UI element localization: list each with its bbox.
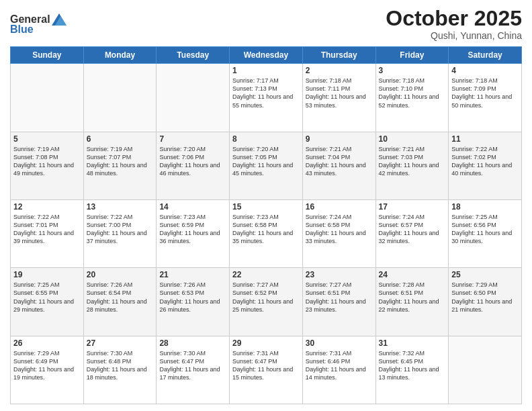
calendar-cell: 7Sunrise: 7:20 AM Sunset: 7:06 PM Daylig…	[157, 132, 230, 199]
day-number: 23	[306, 270, 373, 279]
cell-info-text: Sunrise: 7:18 AM Sunset: 7:10 PM Dayligh…	[379, 77, 446, 109]
day-number: 11	[451, 134, 519, 144]
day-number: 28	[159, 338, 226, 348]
calendar-cell: 26Sunrise: 7:29 AM Sunset: 6:49 PM Dayli…	[11, 336, 84, 404]
calendar-cell	[157, 64, 230, 132]
calendar-cell: 15Sunrise: 7:23 AM Sunset: 6:58 PM Dayli…	[230, 199, 303, 267]
cell-info-text: Sunrise: 7:17 AM Sunset: 7:13 PM Dayligh…	[232, 77, 300, 109]
day-number: 16	[306, 202, 373, 212]
cell-info-text: Sunrise: 7:19 AM Sunset: 7:07 PM Dayligh…	[87, 145, 154, 178]
dow-header-sunday: Sunday	[11, 47, 84, 64]
cell-info-text: Sunrise: 7:28 AM Sunset: 6:51 PM Dayligh…	[379, 281, 446, 314]
dow-header-friday: Friday	[375, 47, 449, 64]
day-number: 7	[159, 134, 226, 144]
cell-info-text: Sunrise: 7:21 AM Sunset: 7:04 PM Dayligh…	[306, 145, 373, 178]
cell-info-text: Sunrise: 7:27 AM Sunset: 6:52 PM Dayligh…	[232, 281, 300, 314]
cell-info-text: Sunrise: 7:30 AM Sunset: 6:47 PM Dayligh…	[159, 349, 226, 382]
calendar-cell: 8Sunrise: 7:20 AM Sunset: 7:05 PM Daylig…	[230, 132, 303, 199]
cell-info-text: Sunrise: 7:20 AM Sunset: 7:06 PM Dayligh…	[159, 145, 226, 178]
calendar-cell: 18Sunrise: 7:25 AM Sunset: 6:56 PM Dayli…	[449, 199, 522, 267]
day-number: 21	[159, 270, 226, 279]
cell-info-text: Sunrise: 7:29 AM Sunset: 6:50 PM Dayligh…	[451, 281, 519, 314]
day-number: 4	[451, 66, 519, 75]
day-number: 27	[87, 338, 154, 348]
dow-header-monday: Monday	[83, 47, 157, 64]
dow-header-saturday: Saturday	[449, 47, 522, 64]
calendar-cell: 4Sunrise: 7:18 AM Sunset: 7:09 PM Daylig…	[449, 64, 522, 132]
cell-info-text: Sunrise: 7:24 AM Sunset: 6:58 PM Dayligh…	[306, 213, 373, 246]
calendar-week-1: 1Sunrise: 7:17 AM Sunset: 7:13 PM Daylig…	[11, 64, 522, 132]
cell-info-text: Sunrise: 7:24 AM Sunset: 6:57 PM Dayligh…	[379, 213, 446, 246]
calendar-cell	[83, 64, 157, 132]
calendar-cell: 17Sunrise: 7:24 AM Sunset: 6:57 PM Dayli…	[375, 199, 449, 267]
month-title: October 2025	[386, 7, 522, 30]
title-block: October 2025 Qushi, Yunnan, China	[386, 7, 522, 41]
day-number: 17	[379, 202, 446, 212]
day-number: 8	[232, 134, 300, 144]
day-number: 2	[306, 66, 373, 75]
cell-info-text: Sunrise: 7:22 AM Sunset: 7:02 PM Dayligh…	[451, 145, 519, 178]
cell-info-text: Sunrise: 7:32 AM Sunset: 6:45 PM Dayligh…	[379, 349, 446, 382]
cell-info-text: Sunrise: 7:23 AM Sunset: 6:59 PM Dayligh…	[159, 213, 226, 246]
calendar-cell: 11Sunrise: 7:22 AM Sunset: 7:02 PM Dayli…	[449, 132, 522, 199]
calendar-cell: 28Sunrise: 7:30 AM Sunset: 6:47 PM Dayli…	[157, 336, 230, 404]
page: General Blue October 2025 Qushi, Yunnan,…	[0, 0, 532, 411]
cell-info-text: Sunrise: 7:25 AM Sunset: 6:56 PM Dayligh…	[451, 213, 519, 246]
calendar-cell: 9Sunrise: 7:21 AM Sunset: 7:04 PM Daylig…	[302, 132, 375, 199]
logo-icon	[52, 13, 66, 26]
calendar-cell: 19Sunrise: 7:25 AM Sunset: 6:55 PM Dayli…	[11, 268, 84, 336]
calendar-cell: 12Sunrise: 7:22 AM Sunset: 7:01 PM Dayli…	[11, 199, 84, 267]
calendar-cell: 22Sunrise: 7:27 AM Sunset: 6:52 PM Dayli…	[230, 268, 303, 336]
calendar-cell: 29Sunrise: 7:31 AM Sunset: 6:47 PM Dayli…	[230, 336, 303, 404]
calendar-cell: 16Sunrise: 7:24 AM Sunset: 6:58 PM Dayli…	[302, 199, 375, 267]
calendar-cell: 25Sunrise: 7:29 AM Sunset: 6:50 PM Dayli…	[449, 268, 522, 336]
calendar-cell: 30Sunrise: 7:31 AM Sunset: 6:46 PM Dayli…	[302, 336, 375, 404]
day-number: 26	[13, 338, 81, 348]
day-number: 3	[379, 66, 446, 75]
location-subtitle: Qushi, Yunnan, China	[386, 30, 522, 41]
calendar-cell: 1Sunrise: 7:17 AM Sunset: 7:13 PM Daylig…	[230, 64, 303, 132]
cell-info-text: Sunrise: 7:26 AM Sunset: 6:54 PM Dayligh…	[87, 281, 154, 314]
dow-header-wednesday: Wednesday	[230, 47, 303, 64]
cell-info-text: Sunrise: 7:29 AM Sunset: 6:49 PM Dayligh…	[13, 349, 81, 382]
cell-info-text: Sunrise: 7:25 AM Sunset: 6:55 PM Dayligh…	[13, 281, 81, 314]
logo: General Blue	[10, 13, 66, 35]
day-number: 29	[232, 338, 300, 348]
dow-header-tuesday: Tuesday	[157, 47, 230, 64]
calendar-cell: 13Sunrise: 7:22 AM Sunset: 7:00 PM Dayli…	[83, 199, 157, 267]
calendar-week-2: 5Sunrise: 7:19 AM Sunset: 7:08 PM Daylig…	[11, 132, 522, 199]
cell-info-text: Sunrise: 7:23 AM Sunset: 6:58 PM Dayligh…	[232, 213, 300, 246]
calendar-cell: 2Sunrise: 7:18 AM Sunset: 7:11 PM Daylig…	[302, 64, 375, 132]
day-number: 20	[87, 270, 154, 279]
cell-info-text: Sunrise: 7:18 AM Sunset: 7:09 PM Dayligh…	[451, 77, 519, 109]
day-number: 6	[87, 134, 154, 144]
cell-info-text: Sunrise: 7:31 AM Sunset: 6:46 PM Dayligh…	[306, 349, 373, 382]
cell-info-text: Sunrise: 7:18 AM Sunset: 7:11 PM Dayligh…	[306, 77, 373, 109]
logo-blue-text: Blue	[10, 24, 34, 35]
day-number: 13	[87, 202, 154, 212]
calendar-cell	[11, 64, 84, 132]
cell-info-text: Sunrise: 7:22 AM Sunset: 7:00 PM Dayligh…	[87, 213, 154, 246]
cell-info-text: Sunrise: 7:19 AM Sunset: 7:08 PM Dayligh…	[13, 145, 81, 178]
day-number: 9	[306, 134, 373, 144]
day-number: 25	[451, 270, 519, 279]
calendar-cell: 3Sunrise: 7:18 AM Sunset: 7:10 PM Daylig…	[375, 64, 449, 132]
calendar-week-3: 12Sunrise: 7:22 AM Sunset: 7:01 PM Dayli…	[11, 199, 522, 267]
calendar-week-4: 19Sunrise: 7:25 AM Sunset: 6:55 PM Dayli…	[11, 268, 522, 336]
day-number: 22	[232, 270, 300, 279]
dow-header-thursday: Thursday	[302, 47, 375, 64]
calendar-header-row: SundayMondayTuesdayWednesdayThursdayFrid…	[11, 47, 522, 64]
cell-info-text: Sunrise: 7:21 AM Sunset: 7:03 PM Dayligh…	[379, 145, 446, 178]
day-number: 30	[306, 338, 373, 348]
day-number: 1	[232, 66, 300, 75]
cell-info-text: Sunrise: 7:27 AM Sunset: 6:51 PM Dayligh…	[306, 281, 373, 314]
day-number: 31	[379, 338, 446, 348]
calendar-cell: 5Sunrise: 7:19 AM Sunset: 7:08 PM Daylig…	[11, 132, 84, 199]
cell-info-text: Sunrise: 7:26 AM Sunset: 6:53 PM Dayligh…	[159, 281, 226, 314]
calendar-cell: 21Sunrise: 7:26 AM Sunset: 6:53 PM Dayli…	[157, 268, 230, 336]
calendar-cell: 6Sunrise: 7:19 AM Sunset: 7:07 PM Daylig…	[83, 132, 157, 199]
cell-info-text: Sunrise: 7:20 AM Sunset: 7:05 PM Dayligh…	[232, 145, 300, 178]
day-number: 14	[159, 202, 226, 212]
cell-info-text: Sunrise: 7:31 AM Sunset: 6:47 PM Dayligh…	[232, 349, 300, 382]
day-number: 5	[13, 134, 81, 144]
